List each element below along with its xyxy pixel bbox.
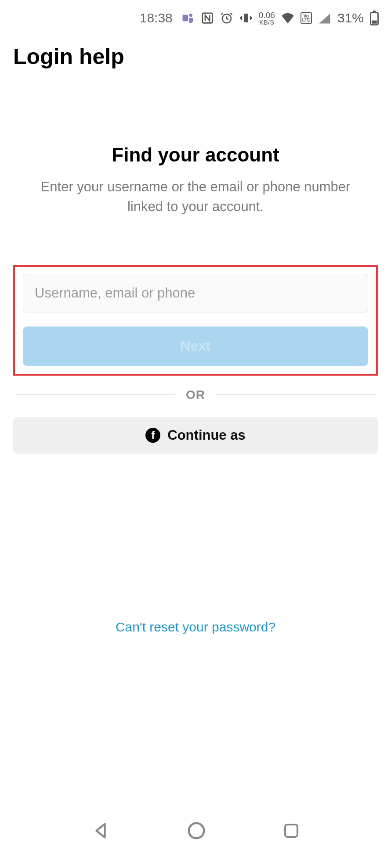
signal-icon — [318, 12, 331, 24]
vibrate-icon — [239, 11, 253, 25]
cant-reset-password-link[interactable]: Can't reset your password? — [116, 620, 275, 634]
android-nav-bar — [0, 807, 391, 868]
find-account-heading: Find your account — [13, 144, 378, 166]
teams-icon — [181, 11, 195, 25]
continue-with-facebook-button[interactable]: f Continue as — [13, 417, 378, 454]
home-button[interactable] — [186, 821, 206, 841]
page-title: Login help — [13, 44, 378, 69]
title-block: Find your account Enter your username or… — [13, 144, 378, 217]
page-header: Login help — [0, 31, 391, 69]
svg-rect-7 — [372, 21, 377, 24]
recent-apps-button[interactable] — [282, 821, 300, 840]
find-account-subtext: Enter your username or the email or phon… — [13, 177, 378, 217]
volte-indicator: Vo LTE — [300, 12, 312, 24]
status-bar: 18:38 0.06 KB/S Vo LTE 31% — [0, 0, 391, 31]
wifi-icon — [281, 12, 294, 24]
alarm-icon — [220, 11, 233, 25]
battery-percentage: 31% — [337, 11, 364, 25]
facebook-icon: f — [145, 428, 160, 443]
or-label: OR — [186, 388, 205, 402]
battery-icon — [370, 11, 379, 25]
svg-rect-4 — [244, 14, 248, 22]
svg-rect-9 — [285, 825, 297, 837]
nfc-icon — [201, 11, 214, 25]
status-time: 18:38 — [140, 11, 173, 25]
cant-reset-row: Can't reset your password? — [0, 620, 391, 635]
facebook-label: Continue as — [167, 427, 245, 443]
divider-line — [15, 395, 175, 395]
svg-point-8 — [189, 823, 204, 839]
svg-rect-6 — [373, 11, 376, 12]
next-button[interactable]: Next — [23, 326, 368, 366]
or-divider: OR — [13, 388, 378, 402]
divider-line — [216, 395, 376, 395]
svg-point-1 — [189, 14, 192, 17]
annotation-highlight: Next — [13, 265, 378, 376]
data-rate-indicator: 0.06 KB/S — [259, 11, 275, 25]
username-email-phone-input[interactable] — [23, 274, 368, 312]
svg-rect-0 — [182, 15, 188, 22]
back-button[interactable] — [91, 821, 111, 841]
